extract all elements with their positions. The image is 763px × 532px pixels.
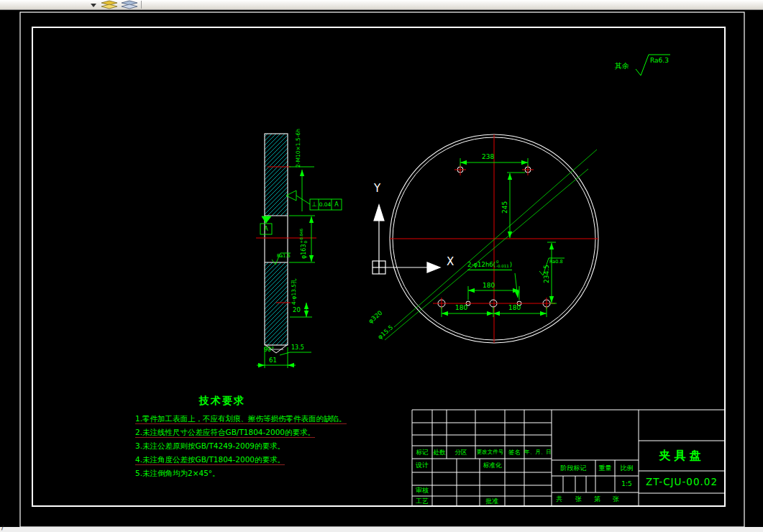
circular-view [385,134,598,343]
circular-view-dimensions [442,158,565,317]
bore-roughness-value: Ra1.6 [277,254,291,259]
width-dimension: 61 [269,357,277,364]
pin-roughness-value: Ra0.8 [549,260,563,265]
thread-dimension-label: 2-M10×1.5-6h [296,129,301,168]
titleblock-review-label: 审核 [412,485,432,496]
sheet-border [20,12,744,527]
titleblock-sheet-no: 第 [594,496,600,503]
y-axis-label: Y [374,183,380,194]
x-axis-label: X [447,257,454,267]
roughness-note-prefix: 其余 [615,63,629,70]
tolerance-symbol: ⊥ [310,199,319,210]
titleblock-header-zone: 分区 [447,446,475,459]
titleblock-design-label: 设计 [412,459,432,472]
tech-requirement-item: 4.未注角度公差按GB/T1804-2000的要求。 [135,456,285,465]
titleblock-scale-value: 1:5 [615,476,639,492]
titleblock-sheets-total: 共 [556,496,562,503]
cad-application-window: 其余 Ra6.3 2-M10×1.5-6h ⊥ 0.04 A A φ163+0.… [0,0,763,532]
dim-top-238: 238 [482,154,494,160]
titleblock-stage-label: 阶段标记 [552,460,595,476]
dim-mid-180: 180 [483,283,495,289]
titleblock-header-signature: 签名 [505,446,524,459]
titleblock-standardization-label: 标准化 [480,459,505,472]
tolerance-datum-ref: A [332,199,342,210]
drawing-number: ZT-CJU-00.02 [639,471,725,493]
dim-bottom-left-180: 180 [455,305,467,311]
titleblock-header-date: 年、月、日 [524,446,552,459]
tech-requirements-title: 技术要求 [199,395,245,405]
tech-requirement-item: 1.零件加工表面上，不应有划痕、擦伤等损伤零件表面的缺陷。 [135,415,347,424]
roughness-note-value: Ra6.3 [650,58,669,64]
datum-label: A [260,224,272,234]
tolerance-value: 0.04 [319,199,332,210]
countersink-angle: 90° [264,347,274,353]
titleblock-approve-label: 批准 [480,496,505,506]
dim-bottom-right-180: 180 [508,305,521,311]
depth-dimension: 20 [293,307,301,313]
tech-requirement-item: 2.未注线性尺寸公差应符合GB/T1804-2000的要求。 [135,428,315,438]
hole-callout-label: 4-φ13.5孔 [291,278,297,305]
statusbar: / [0,527,763,532]
titleblock-scale-label: 比例 [615,460,639,476]
dim-vertical-245: 245 [502,201,508,214]
titleblock-header-mark: 标记 [412,446,432,459]
titleblock-header-change-doc: 更改文件号 [475,446,505,459]
dim-right-234-5: 234.5 [544,265,550,283]
part-name: 夹具盘 [639,441,725,471]
titleblock-process-label: 工艺 [412,496,432,506]
titleblock-sheet-unit: 张 [613,496,619,503]
pin-hole-callout: 2-φ12h6(0-0.011) [467,260,512,270]
statusbar-mark: / [1,524,4,531]
tech-requirement-item: 5.未注倒角均为2×45°。 [135,469,220,477]
ucs-icon [373,205,440,274]
titleblock-sheets-unit: 张 [575,496,582,503]
bore-dimension: φ163+0.0460 [300,228,309,259]
tech-requirement-item: 3.未注公差原则按GB/T4249-2009的要求。 [135,442,285,450]
titleblock-header-count: 处数 [432,446,447,459]
countersink-depth: 13.5 [291,345,304,351]
titleblock-weight-label: 重量 [595,460,615,476]
